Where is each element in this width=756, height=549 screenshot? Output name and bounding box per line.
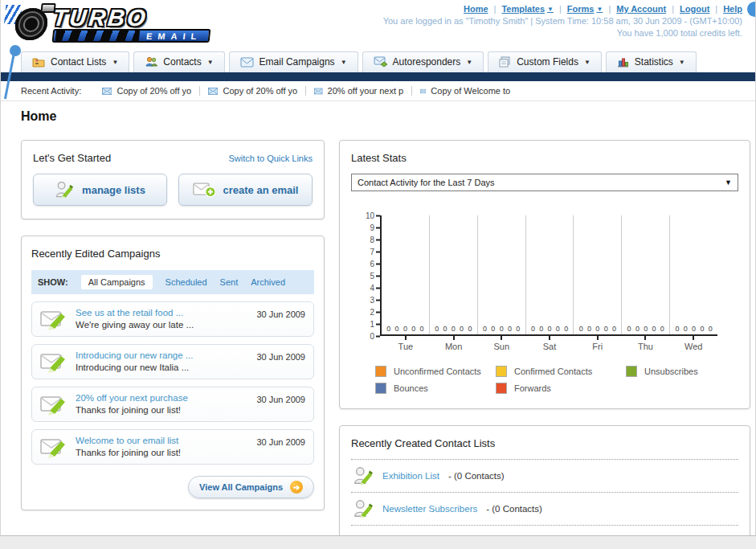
contact-list-count: - (0 Contacts)	[486, 504, 542, 514]
data-value-label: 0	[612, 325, 616, 333]
x-tick-label: Tue	[382, 336, 430, 351]
y-tick: 8	[370, 236, 380, 244]
help-bubble-icon[interactable]	[747, 2, 756, 17]
legend-swatch	[626, 366, 637, 377]
switch-quick-links-link[interactable]: Switch to Quick Links	[228, 154, 313, 163]
turbo-icon	[12, 5, 51, 40]
nav-tab-contact-lists[interactable]: Contact Lists▼	[21, 51, 129, 72]
top-nav: Home| Templates▼| Forms▼| My Account| Lo…	[383, 4, 742, 14]
top-link-logout[interactable]: Logout	[680, 4, 709, 14]
nav-tab-autoresponders[interactable]: Autoresponders▼	[362, 51, 484, 72]
get-started-panel: Let's Get Started Switch to Quick Links …	[21, 140, 325, 219]
top-link-my-account[interactable]: My Account	[616, 4, 666, 14]
view-all-campaigns-button[interactable]: View All Campaigns ➜	[188, 476, 314, 498]
nav-tab-contacts[interactable]: Contacts▼	[133, 51, 224, 72]
y-tick: 1	[370, 320, 380, 329]
decorative-pin-icon	[10, 45, 21, 56]
data-value-label: 0	[604, 325, 608, 333]
envelope-icon	[420, 87, 426, 96]
campaign-row[interactable]: See us at the retail food ... We're givi…	[31, 301, 314, 337]
envelope-icon	[314, 87, 322, 96]
recently-edited-campaigns-panel: Recently Edited Campaigns SHOW: All Camp…	[21, 236, 325, 510]
legend-swatch	[375, 366, 386, 377]
legend-swatch	[375, 383, 386, 394]
campaign-subtitle: Introducing our new Italia ...	[76, 363, 248, 372]
latest-stats-panel: Latest Stats Contact Activity for the La…	[339, 140, 750, 409]
filter-archived[interactable]: Archived	[251, 277, 285, 287]
envelope-pencil-icon	[40, 350, 67, 373]
footer-strip	[0, 536, 756, 549]
nav-tab-custom-fields[interactable]: Custom Fields▼	[488, 51, 602, 72]
campaign-date: 30 Jun 2009	[256, 352, 305, 373]
campaign-date: 30 Jun 2009	[256, 437, 305, 458]
recent-activity-item[interactable]: 20% off your next p	[306, 86, 412, 96]
chart-day-group: 00000	[526, 215, 574, 334]
campaign-title-link[interactable]: See us at the retail food ...	[76, 308, 248, 318]
campaign-row[interactable]: 20% off your next purchase Thanks for jo…	[31, 387, 314, 422]
data-value-label: 0	[468, 325, 472, 333]
manage-lists-button[interactable]: manage lists	[33, 174, 167, 206]
data-value-label: 0	[684, 325, 688, 333]
top-link-home[interactable]: Home	[464, 4, 488, 14]
chart-day-group: 00000	[622, 215, 670, 334]
top-link-help[interactable]: Help	[723, 4, 742, 14]
envelope-pencil-icon	[40, 308, 67, 330]
top-link-templates[interactable]: Templates▼	[501, 4, 554, 14]
data-value-label: 0	[627, 325, 631, 333]
chevron-down-icon: ▼	[679, 59, 685, 66]
envelope-pencil-icon	[40, 436, 67, 458]
logo-stripes	[55, 31, 140, 41]
data-value-label: 0	[644, 325, 648, 333]
x-tick-label: Sun	[477, 336, 525, 351]
email-envelope-icon	[240, 57, 254, 68]
stats-period-select[interactable]: Contact Activity for the Last 7 Days ▼	[351, 174, 738, 191]
campaign-row[interactable]: Introducing our new range ... Introducin…	[31, 344, 314, 379]
legend-item: Unconfirmed Contacts	[375, 366, 496, 377]
chart-day-group: 00000	[430, 215, 478, 334]
recent-activity-item[interactable]: Copy of 20% off yo	[200, 86, 306, 96]
nav-tab-statistics[interactable]: Statistics▼	[606, 51, 697, 72]
campaign-title-link[interactable]: 20% off your next purchase	[76, 393, 248, 403]
header: TURBO EMAIL Home| Templates▼| Forms▼| My…	[1, 0, 755, 51]
turbo-email-logo: TURBO EMAIL	[12, 5, 214, 43]
autoresponder-envelope-icon	[374, 56, 387, 68]
legend-swatch	[496, 383, 507, 394]
campaign-title-link[interactable]: Welcome to our email list	[76, 436, 248, 445]
filter-scheduled[interactable]: Scheduled	[166, 277, 207, 287]
nav-tab-email-campaigns[interactable]: Email Campaigns▼	[229, 51, 358, 72]
campaign-row[interactable]: Welcome to our email list Thanks for joi…	[31, 429, 314, 465]
arrow-right-icon: ➜	[290, 481, 303, 494]
x-tick-label: Fri	[574, 336, 622, 351]
y-tick: 10	[366, 211, 380, 220]
filter-all-campaigns[interactable]: All Campaigns	[81, 275, 153, 289]
recent-activity-bar: Recent Activity: Copy of 20% off yo Copy…	[1, 81, 755, 101]
chart-day-group: 00000	[382, 215, 430, 334]
legend-swatch	[496, 366, 507, 377]
top-link-forms[interactable]: Forms▼	[567, 4, 603, 14]
main-nav: Contact Lists▼ Contacts▼ Email Campaigns…	[1, 51, 755, 72]
contact-list-row[interactable]: Newsletter Subscribers - (0 Contacts)	[351, 493, 738, 526]
contact-list-row[interactable]: Exhibition List - (0 Contacts)	[351, 460, 738, 493]
y-tick: 4	[370, 284, 380, 293]
recently-created-contact-lists-panel: Recently Created Contact Lists Exhibitio…	[339, 425, 750, 536]
data-value-label: 0	[675, 325, 679, 333]
x-tick-label: Mon	[430, 336, 478, 351]
data-value-label: 0	[579, 325, 583, 333]
y-tick: 7	[370, 248, 380, 256]
envelope-icon	[102, 87, 112, 96]
filter-sent[interactable]: Sent	[220, 277, 239, 287]
logo-text-turbo: TURBO	[51, 5, 213, 31]
person-pencil-icon	[55, 180, 74, 199]
contact-list-link[interactable]: Exhibition List	[382, 471, 439, 481]
campaign-title-link[interactable]: Introducing our new range ...	[76, 350, 248, 360]
create-email-button[interactable]: create an email	[178, 174, 313, 206]
data-value-label: 0	[587, 325, 591, 333]
envelope-pencil-icon	[40, 393, 67, 416]
recent-activity-item[interactable]: Copy of 20% off yo	[94, 86, 200, 96]
data-value-label: 0	[556, 325, 560, 333]
data-value-label: 0	[452, 325, 456, 333]
envelope-icon	[208, 87, 218, 96]
recent-activity-item[interactable]: Copy of Welcome to	[412, 86, 518, 96]
contact-lists-panel-title: Recently Created Contact Lists	[351, 437, 495, 449]
contact-list-link[interactable]: Newsletter Subscribers	[382, 504, 477, 514]
